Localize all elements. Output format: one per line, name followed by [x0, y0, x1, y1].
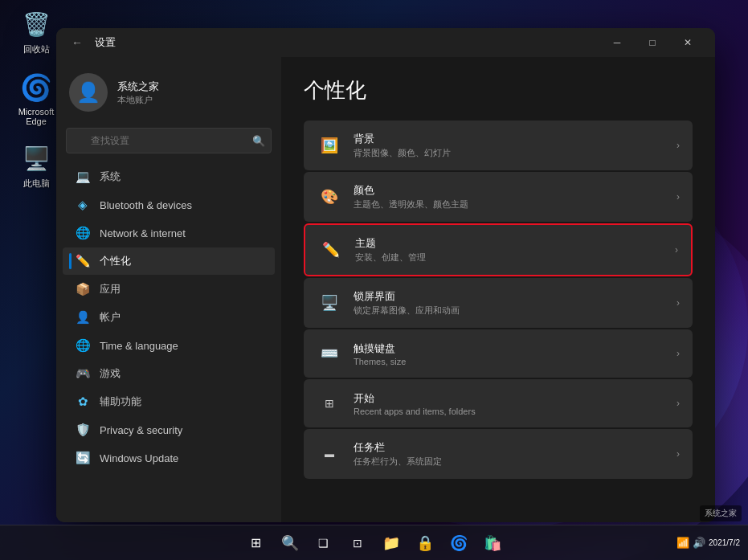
background-content: 背景 背景图像、颜色、幻灯片 [354, 132, 676, 159]
taskbar-content: 任务栏 任务栏行为、系统固定 [354, 440, 676, 468]
sidebar-item-apps[interactable]: 📦 应用 [63, 276, 275, 303]
close-button[interactable]: ✕ [670, 30, 705, 55]
maximize-button[interactable]: □ [635, 30, 670, 55]
setting-card-start[interactable]: ⊞ 开始 Recent apps and items, folders › [304, 379, 693, 427]
page-title: 个性化 [304, 76, 693, 104]
sidebar-item-system[interactable]: 💻 系统 [63, 163, 275, 190]
taskbar-subtitle: 任务栏行为、系统固定 [354, 456, 676, 468]
sidebar-item-gaming[interactable]: 🎮 游戏 [63, 360, 275, 387]
title-bar: ← 设置 ─ □ ✕ [56, 28, 715, 57]
desktop-icons: 🗑️ 回收站 🌀 Microsoft Edge 🖥️ 此电脑 [12, 8, 60, 190]
main-area: 个性化 🖼️ 背景 背景图像、颜色、幻灯片 › 🎨 [281, 57, 715, 522]
settings-window: ← 设置 ─ □ ✕ 👤 系统之家 本地账户 [56, 28, 715, 522]
colors-content: 颜色 主题色、透明效果、颜色主题 [354, 183, 676, 211]
avatar-icon: 👤 [76, 81, 100, 104]
search-input[interactable] [66, 128, 272, 153]
personalization-icon: ✏️ [76, 254, 90, 268]
sidebar-label-bluetooth: Bluetooth & devices [100, 199, 192, 211]
taskbar-widgets[interactable]: ⊡ [342, 528, 373, 558]
sidebar-label-privacy: Privacy & security [100, 424, 182, 436]
taskbar-store[interactable]: 🛍️ [477, 528, 508, 558]
lock-screen-icon: 🖥️ [317, 290, 342, 316]
setting-card-touchkeyboard[interactable]: ⌨️ 触摸键盘 Themes, size › [304, 329, 693, 378]
settings-body: 👤 系统之家 本地账户 🔍 💻 系统 [56, 57, 715, 522]
taskbar-explorer[interactable]: 📁 [376, 528, 407, 558]
sidebar-label-accounts: 帐户 [100, 310, 121, 325]
setting-card-themes[interactable]: ✏️ 主题 安装、创建、管理 › [304, 223, 693, 276]
sidebar-label-time: Time & language [100, 340, 178, 352]
sidebar-item-accessibility[interactable]: ✿ 辅助功能 [63, 388, 275, 415]
taskbar-search[interactable]: 🔍 [275, 528, 305, 558]
lock-screen-chevron: › [676, 297, 680, 309]
touchkeyboard-chevron: › [676, 348, 680, 359]
user-profile[interactable]: 👤 系统之家 本地账户 [56, 63, 281, 125]
active-indicator [69, 253, 72, 269]
privacy-icon: 🛡️ [76, 423, 90, 437]
colors-subtitle: 主题色、透明效果、颜色主题 [354, 198, 676, 211]
taskbar-title: 任务栏 [354, 440, 676, 455]
gaming-icon: 🎮 [76, 366, 90, 381]
taskbar-taskview[interactable]: ❑ [309, 528, 339, 558]
recycle-bin-icon: 🗑️ [20, 8, 52, 40]
update-icon: 🔄 [76, 451, 90, 465]
background-icon: 🖼️ [317, 133, 342, 158]
background-title: 背景 [354, 132, 676, 146]
taskbar: ⊞ 🔍 ❑ ⊡ 📁 🔒 🌀 🛍️ 📶 🔊 2021/7/2 [0, 525, 748, 560]
start-icon: ⊞ [317, 390, 342, 416]
sidebar-label-gaming: 游戏 [100, 366, 121, 381]
system-icon: 💻 [76, 170, 90, 184]
colors-title: 颜色 [354, 183, 676, 198]
desktop-icon-this-pc[interactable]: 🖥️ 此电脑 [12, 142, 60, 190]
setting-card-lock-screen[interactable]: 🖥️ 锁屏界面 锁定屏幕图像、应用和动画 › [304, 278, 693, 328]
sidebar-item-bluetooth[interactable]: ◈ Bluetooth & devices [63, 191, 275, 219]
sidebar-label-apps: 应用 [100, 282, 121, 296]
desktop-icon-edge[interactable]: 🌀 Microsoft Edge [12, 72, 60, 126]
taskbar-edge[interactable]: 🌀 [443, 528, 474, 558]
lock-screen-subtitle: 锁定屏幕图像、应用和动画 [354, 305, 676, 317]
sidebar-item-network[interactable]: 🌐 Network & internet [63, 219, 275, 247]
taskbar-time: 2021/7/2 [709, 538, 740, 547]
setting-card-background[interactable]: 🖼️ 背景 背景图像、颜色、幻灯片 › [304, 121, 693, 170]
search-icon: 🔍 [252, 135, 265, 147]
back-button[interactable]: ← [66, 31, 88, 54]
title-bar-controls: ─ □ ✕ [599, 30, 705, 55]
watermark: 系统之家 [700, 505, 742, 521]
sidebar-label-accessibility: 辅助功能 [100, 394, 141, 409]
start-subtitle: Recent apps and items, folders [354, 407, 676, 416]
user-account: 本地账户 [117, 94, 159, 106]
desktop-icon-recycle-bin[interactable]: 🗑️ 回收站 [12, 8, 60, 55]
sidebar-item-time[interactable]: 🌐 Time & language [63, 332, 275, 359]
sidebar-item-update[interactable]: 🔄 Windows Update [63, 444, 275, 472]
user-avatar: 👤 [69, 73, 108, 112]
sidebar-item-privacy[interactable]: 🛡️ Privacy & security [63, 416, 275, 444]
sidebar-label-update: Windows Update [100, 452, 178, 464]
colors-icon: 🎨 [317, 184, 342, 210]
bluetooth-icon: ◈ [76, 198, 90, 212]
minimize-button[interactable]: ─ [599, 30, 635, 55]
touchkeyboard-content: 触摸键盘 Themes, size [354, 341, 676, 366]
accessibility-icon: ✿ [76, 394, 90, 409]
sidebar-item-personalization[interactable]: ✏️ 个性化 [63, 247, 275, 275]
taskbar-network-icon: 📶 [676, 537, 689, 549]
sidebar-label-system: 系统 [100, 170, 121, 184]
background-subtitle: 背景图像、颜色、幻灯片 [354, 147, 676, 159]
touchkeyboard-icon: ⌨️ [317, 341, 342, 366]
setting-card-taskbar[interactable]: ▬ 任务栏 任务栏行为、系统固定 › [304, 429, 693, 479]
network-icon: 🌐 [76, 226, 90, 240]
sidebar-label-network: Network & internet [100, 227, 186, 239]
settings-list: 🖼️ 背景 背景图像、颜色、幻灯片 › 🎨 颜色 主题色、透明效果、颜色主题 [304, 121, 693, 479]
start-chevron: › [676, 398, 680, 409]
themes-title: 主题 [355, 236, 675, 251]
taskbar-start[interactable]: ⊞ [241, 528, 272, 558]
start-title: 开始 [354, 391, 676, 406]
desktop: 🗑️ 回收站 🌀 Microsoft Edge 🖥️ 此电脑 ← 设置 ─ □ … [0, 0, 748, 560]
search-box: 🔍 [66, 128, 272, 153]
taskbar-lock[interactable]: 🔒 [410, 528, 440, 558]
apps-icon: 📦 [76, 282, 90, 296]
themes-content: 主题 安装、创建、管理 [355, 236, 675, 264]
setting-card-colors[interactable]: 🎨 颜色 主题色、透明效果、颜色主题 › [304, 172, 693, 222]
this-pc-label: 此电脑 [23, 178, 50, 190]
background-chevron: › [676, 140, 680, 151]
sidebar-item-accounts[interactable]: 👤 帐户 [63, 304, 275, 331]
title-bar-nav: ← 设置 [66, 31, 599, 54]
